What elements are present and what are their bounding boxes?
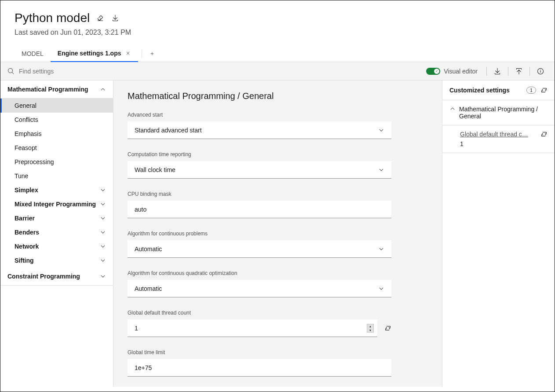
field-label: Algorithm for continuous problems bbox=[128, 231, 391, 237]
field-algo-cont: Algorithm for continuous problems Automa… bbox=[128, 231, 391, 258]
select-algo-cont[interactable]: Automatic bbox=[128, 240, 391, 258]
download-icon[interactable] bbox=[112, 15, 119, 22]
divider bbox=[529, 67, 530, 76]
reset-icon[interactable] bbox=[540, 87, 548, 94]
search-wrap bbox=[0, 68, 426, 75]
select-algo-quad[interactable]: Automatic bbox=[128, 280, 391, 297]
sidebar-item-barrier[interactable]: Barrier bbox=[0, 211, 113, 225]
reset-icon[interactable] bbox=[540, 131, 548, 138]
page-title: Python model bbox=[15, 11, 90, 25]
title-row: Python model bbox=[15, 11, 540, 25]
stepper-down-icon[interactable]: ▼ bbox=[367, 328, 373, 332]
field-label: Global default thread count bbox=[128, 310, 391, 316]
field-thread-count: Global default thread count 1 ▲ ▼ bbox=[128, 310, 391, 337]
right-panel-item-name[interactable]: Global default thread c… bbox=[460, 131, 528, 138]
sidebar-group-constraint[interactable]: Constraint Programming bbox=[0, 267, 113, 286]
sidebar-group-math[interactable]: Mathematical Programming bbox=[0, 81, 113, 99]
chevron-down-icon bbox=[378, 127, 384, 133]
sidebar: Mathematical Programming General Conflic… bbox=[0, 81, 113, 387]
breadcrumb: Mathematical Programming / General bbox=[128, 91, 428, 101]
right-panel-title: Customized settings bbox=[449, 87, 510, 94]
info-icon[interactable] bbox=[533, 66, 548, 77]
toggle-label: Visual editor bbox=[444, 68, 478, 75]
sidebar-item-conflicts[interactable]: Conflicts bbox=[0, 113, 113, 127]
export-icon[interactable] bbox=[512, 66, 526, 77]
visual-editor-toggle[interactable]: ✓ bbox=[426, 68, 440, 75]
stepper-up-icon[interactable]: ▲ bbox=[367, 324, 373, 328]
sidebar-item-simplex[interactable]: Simplex bbox=[0, 183, 113, 197]
chevron-down-icon bbox=[378, 246, 384, 252]
select-advanced-start[interactable]: Standard advanced start bbox=[128, 121, 391, 139]
sidebar-item-preprocessing[interactable]: Preprocessing bbox=[0, 155, 113, 169]
sidebar-item-emphasis[interactable]: Emphasis bbox=[0, 127, 113, 141]
field-algo-quad: Algorithm for continuous quadratic optim… bbox=[128, 270, 391, 297]
main: Mathematical Programming General Conflic… bbox=[0, 81, 555, 387]
input-thread-count[interactable]: 1 bbox=[128, 319, 377, 337]
right-panel-item: Global default thread c… 1 bbox=[442, 125, 555, 153]
sidebar-item-mip[interactable]: Mixed Integer Programming bbox=[0, 197, 113, 211]
search-icon bbox=[7, 68, 15, 75]
tab-model[interactable]: MODEL bbox=[15, 46, 51, 62]
select-comp-time[interactable]: Wall clock time bbox=[128, 161, 391, 179]
sidebar-item-feasopt[interactable]: Feasopt bbox=[0, 141, 113, 155]
field-label: CPU binding mask bbox=[128, 191, 391, 197]
chevron-down-icon bbox=[100, 187, 106, 193]
search-input[interactable] bbox=[19, 68, 419, 75]
sidebar-item-sifting[interactable]: Sifting bbox=[0, 253, 113, 267]
field-advanced-start: Advanced start Standard advanced start bbox=[128, 112, 391, 139]
tab-engine-settings[interactable]: Engine settings 1.ops bbox=[51, 45, 138, 62]
chevron-down-icon bbox=[100, 273, 106, 279]
right-panel-item-value: 1 bbox=[460, 140, 548, 147]
right-panel-header: Customized settings 1 bbox=[442, 81, 555, 100]
field-label: Algorithm for continuous quadratic optim… bbox=[128, 270, 391, 276]
chevron-down-icon bbox=[100, 201, 106, 207]
divider bbox=[486, 67, 487, 76]
chevron-down-icon bbox=[100, 257, 106, 264]
sidebar-item-benders[interactable]: Benders bbox=[0, 225, 113, 239]
close-icon[interactable] bbox=[125, 50, 131, 56]
divider bbox=[508, 67, 508, 76]
title-actions bbox=[97, 15, 119, 22]
input-cpu-mask[interactable]: auto bbox=[128, 201, 391, 218]
header: Python model Last saved on Jun 01, 2023,… bbox=[0, 0, 555, 37]
reset-icon[interactable] bbox=[384, 325, 391, 332]
field-comp-time: Computation time reporting Wall clock ti… bbox=[128, 151, 391, 179]
field-label: Global time limit bbox=[128, 349, 391, 355]
last-saved: Last saved on Jun 01, 2023, 3:21 PM bbox=[15, 29, 540, 37]
field-label: Computation time reporting bbox=[128, 151, 391, 158]
content: Mathematical Programming / General Advan… bbox=[113, 81, 442, 387]
chevron-up-icon bbox=[449, 106, 456, 112]
toolbar: ✓ Visual editor bbox=[0, 62, 555, 81]
toolbar-right: ✓ Visual editor bbox=[426, 66, 555, 77]
right-panel-group[interactable]: Mathematical Programming / General bbox=[442, 100, 555, 125]
add-tab-button[interactable] bbox=[146, 49, 159, 59]
field-label: Advanced start bbox=[128, 112, 391, 118]
chevron-down-icon bbox=[100, 243, 106, 249]
count-badge: 1 bbox=[526, 87, 536, 94]
chevron-up-icon bbox=[100, 86, 106, 92]
tabs: MODEL Engine settings 1.ops bbox=[0, 45, 555, 62]
sidebar-item-general[interactable]: General bbox=[0, 99, 113, 113]
erase-icon[interactable] bbox=[97, 15, 104, 22]
field-time-limit: Global time limit 1e+75 bbox=[128, 349, 391, 377]
chevron-down-icon bbox=[378, 286, 384, 292]
sidebar-item-tune[interactable]: Tune bbox=[0, 169, 113, 183]
sidebar-item-network[interactable]: Network bbox=[0, 239, 113, 253]
download-icon[interactable] bbox=[490, 66, 504, 77]
right-panel: Customized settings 1 Mathematical Progr… bbox=[442, 81, 555, 387]
chevron-down-icon bbox=[100, 229, 106, 235]
chevron-down-icon bbox=[100, 215, 106, 221]
divider bbox=[142, 50, 142, 58]
stepper[interactable]: ▲ ▼ bbox=[367, 324, 374, 333]
chevron-down-icon bbox=[378, 167, 384, 173]
input-time-limit[interactable]: 1e+75 bbox=[128, 359, 391, 377]
field-cpu-mask: CPU binding mask auto bbox=[128, 191, 391, 218]
